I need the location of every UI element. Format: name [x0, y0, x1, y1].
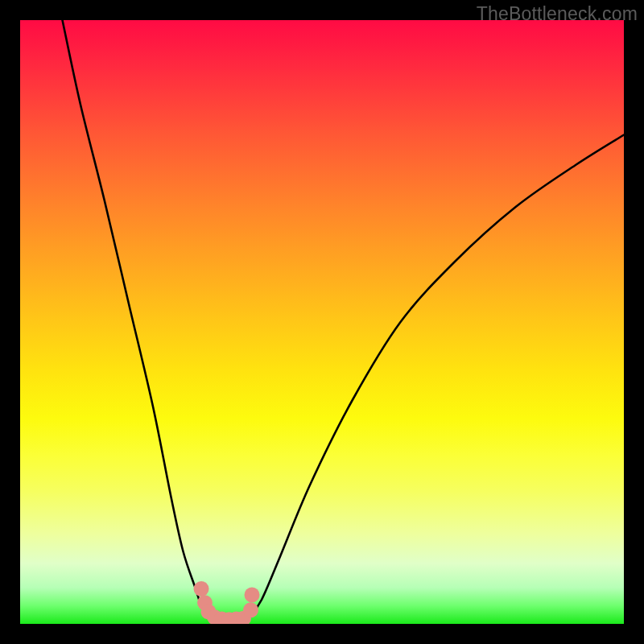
chart-svg: [20, 20, 624, 624]
chart-plot-area: [20, 20, 624, 624]
highlight-dot: [194, 581, 209, 597]
highlight-dot: [243, 602, 258, 617]
highlight-dot: [245, 588, 260, 603]
bottleneck-curve: [63, 20, 625, 621]
highlight-dots-group: [194, 581, 260, 624]
watermark-text: TheBottleneck.com: [477, 3, 638, 25]
